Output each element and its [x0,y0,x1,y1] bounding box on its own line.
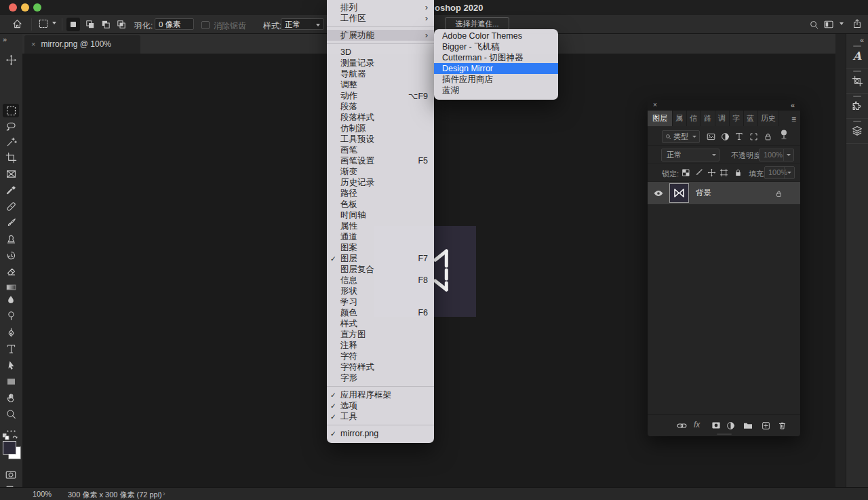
panel-resize-grip[interactable] [717,434,732,435]
foreground-color-swatch[interactable] [3,441,16,455]
antialias-checkbox[interactable] [201,21,210,29]
panel-tab-other[interactable]: 历史 [758,111,779,126]
panel-collapse-icon[interactable]: « [791,101,795,109]
menu-item[interactable]: ✓选项 [327,400,434,411]
type-tool[interactable] [5,343,17,355]
layers-panel-button[interactable] [846,119,868,144]
menu-item[interactable]: 动作⌥F9 [327,90,434,101]
history-brush-tool[interactable] [5,249,17,261]
menu-item[interactable]: 字符样式 [327,362,434,372]
hand-tool[interactable] [5,391,17,404]
layer-row-background[interactable]: 背景 [648,182,800,204]
menu-item[interactable]: 字形 [327,372,434,383]
fill-input[interactable]: 100% [764,166,795,179]
tools-expand-icon[interactable]: » [3,35,7,43]
add-to-selection-button[interactable] [83,18,97,31]
layer-style-fx-icon[interactable]: fx [694,420,700,429]
panel-tab-layers-active[interactable]: 图层 [648,111,673,126]
zoom-level[interactable]: 100% [33,490,52,498]
clone-stamp-tool[interactable] [5,233,17,245]
brush-tool[interactable] [5,216,17,229]
link-layers-icon[interactable] [675,419,688,431]
lasso-tool[interactable] [5,120,17,132]
menu-item[interactable]: 图案 [327,242,434,253]
panel-tab-other[interactable]: 路 [701,111,715,126]
menu-item[interactable]: ✓图层F7 [327,253,434,264]
share-icon[interactable] [851,18,863,30]
panel-tab-other[interactable]: 字 [730,111,744,126]
menu-item[interactable]: 学习 [327,296,434,307]
magic-wand-tool[interactable] [5,136,17,148]
home-button[interactable] [11,18,23,30]
menu-item[interactable]: 导航器 [327,69,434,79]
menu-item[interactable]: 时间轴 [327,210,434,220]
filter-type-layers-icon[interactable] [733,130,745,142]
menu-item[interactable]: 调整 [327,79,434,90]
feather-input[interactable]: 0 像素 [155,18,194,30]
status-chevron-icon[interactable]: › [163,489,165,497]
menu-item[interactable]: 通道 [327,231,434,242]
document-tab[interactable]: ×mirror.png @ 100%(RGB/8) [24,35,140,54]
menu-item[interactable]: 颜色F6 [327,307,434,318]
panel-tab-other[interactable]: 蓝 [744,111,758,126]
eraser-tool[interactable] [5,265,17,277]
menu-item[interactable]: 图层复合 [327,264,434,275]
pen-tool[interactable] [5,326,17,339]
quick-mask-button[interactable] [5,469,17,481]
new-adjustment-layer-icon[interactable] [724,419,736,431]
menu-item[interactable]: 样式 [327,318,434,329]
menu-item[interactable]: 段落样式 [327,112,434,123]
menu-item[interactable]: 画笔 [327,145,434,155]
filter-smart-objects-icon[interactable] [762,130,774,142]
blur-tool[interactable] [5,294,17,306]
filter-pixel-layers-icon[interactable] [705,130,717,142]
move-tool[interactable] [5,54,17,66]
menu-item[interactable]: 注释 [327,340,434,351]
menu-item[interactable]: 3D [327,47,434,58]
lock-all-icon[interactable] [732,166,744,178]
menu-item-extensions[interactable]: 扩展功能› [327,30,434,41]
panel-tab-other[interactable]: 信 [687,111,701,126]
menu-item[interactable]: 直方图 [327,329,434,340]
cutterman-panel-button[interactable] [846,69,868,94]
filter-adjustment-layers-icon[interactable] [719,130,731,142]
eyedropper-tool[interactable] [5,184,17,196]
menu-item[interactable]: 形状 [327,286,434,296]
menu-item[interactable]: 信息F8 [327,275,434,286]
search-icon[interactable] [808,18,820,31]
submenu-item[interactable]: Cutterman - 切图神器 [434,52,558,63]
gradient-tool[interactable] [5,281,17,293]
panel-tab-other[interactable]: 属 [673,111,687,126]
close-tab-icon[interactable]: × [31,40,35,48]
submenu-item[interactable]: Adobe Color Themes [434,31,558,41]
style-dropdown[interactable]: 正常 [281,18,324,30]
layer-visibility-eye-icon[interactable] [652,187,665,199]
rectangle-tool[interactable] [5,375,17,387]
layer-name[interactable]: 背景 [696,188,711,198]
menu-item[interactable]: 属性 [327,220,434,231]
healing-brush-tool[interactable] [5,200,17,212]
menu-item[interactable]: 工作区› [327,13,434,24]
panel-menu-icon[interactable]: ≡ [791,115,796,124]
new-selection-button[interactable] [66,18,80,31]
select-and-mask-button[interactable]: 选择并遮住... [445,17,509,30]
filter-shape-layers-icon[interactable] [747,130,760,142]
new-layer-icon[interactable] [760,419,772,431]
add-layer-mask-icon[interactable] [710,419,722,431]
swap-colors-icon[interactable] [12,433,19,440]
menu-item[interactable]: 路径 [327,188,434,199]
menu-item[interactable]: ✓应用程序框架 [327,389,434,400]
lock-pixels-icon[interactable] [692,166,705,178]
dodge-tool[interactable] [5,309,17,322]
tool-preset-chevron-icon[interactable] [52,22,56,24]
path-select-tool[interactable] [5,359,17,371]
submenu-item[interactable]: 蓝湖 [434,85,558,96]
slice-tool[interactable] [5,168,17,180]
menu-item[interactable]: 工具预设 [327,134,434,145]
filter-toggle-icon[interactable] [778,129,790,141]
menu-item[interactable]: 字符 [327,351,434,362]
close-window-button[interactable] [9,3,17,12]
zoom-tool[interactable] [5,408,17,420]
panel-close-icon[interactable]: × [653,101,657,109]
blend-mode-dropdown[interactable]: 正常 [661,149,719,161]
